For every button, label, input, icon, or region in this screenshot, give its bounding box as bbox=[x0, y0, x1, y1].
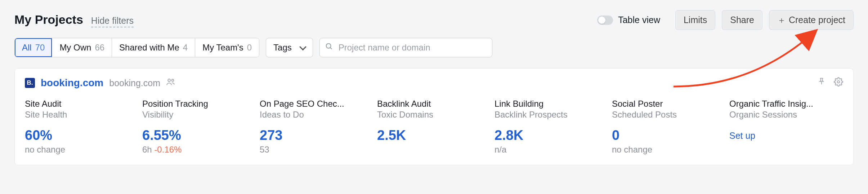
filter-tab-label: Shared with Me bbox=[119, 43, 179, 53]
search-input[interactable] bbox=[319, 38, 492, 57]
filter-tab-my-own[interactable]: My Own 66 bbox=[52, 38, 112, 57]
metric-subtitle: Toxic Domains bbox=[377, 110, 491, 120]
filter-tab-count: 70 bbox=[35, 43, 45, 53]
create-project-label: Create project bbox=[789, 15, 845, 25]
filter-tab-all[interactable]: All 70 bbox=[15, 38, 52, 57]
search-icon bbox=[325, 43, 333, 53]
metric-subtitle: Backlink Prospects bbox=[495, 110, 608, 120]
filter-tab-count: 0 bbox=[247, 43, 252, 53]
metric-title: Organic Traffic Insig... bbox=[729, 99, 843, 109]
metric-subtitle: Scheduled Posts bbox=[612, 110, 726, 120]
svg-point-0 bbox=[326, 44, 331, 48]
filter-tab-shared[interactable]: Shared with Me 4 bbox=[112, 38, 195, 57]
filter-tab-count: 4 bbox=[183, 43, 188, 53]
metric-value: 273 bbox=[260, 128, 373, 143]
setup-link[interactable]: Set up bbox=[729, 131, 755, 141]
tags-label: Tags bbox=[273, 43, 292, 53]
metric-subtitle: Ideas to Do bbox=[260, 110, 373, 120]
metric-change: no change bbox=[612, 145, 726, 155]
svg-point-3 bbox=[172, 79, 174, 81]
metric-value: 60% bbox=[25, 128, 139, 143]
pin-icon[interactable] bbox=[817, 77, 826, 89]
metric-subtitle: Site Health bbox=[25, 110, 139, 120]
filter-tab-label: My Own bbox=[59, 43, 91, 53]
limits-button[interactable]: Limits bbox=[675, 10, 715, 30]
metric-backlink-audit[interactable]: Backlink Audit Toxic Domains 2.5K bbox=[377, 99, 491, 155]
metric-title: Backlink Audit bbox=[377, 99, 491, 109]
svg-line-1 bbox=[330, 48, 332, 49]
chevron-down-icon bbox=[299, 43, 307, 50]
create-project-button[interactable]: ＋ Create project bbox=[769, 10, 854, 30]
svg-point-4 bbox=[837, 81, 840, 83]
svg-point-2 bbox=[168, 79, 170, 81]
metric-change: n/a bbox=[495, 145, 608, 155]
metric-title: Site Audit bbox=[25, 99, 139, 109]
project-domain: booking.com bbox=[109, 78, 160, 88]
metric-site-audit[interactable]: Site Audit Site Health 60% no change bbox=[25, 99, 139, 155]
metric-subtitle: Organic Sessions bbox=[729, 110, 843, 120]
filter-tabs: All 70 My Own 66 Shared with Me 4 My Tea… bbox=[14, 38, 259, 57]
plus-icon: ＋ bbox=[777, 16, 786, 25]
metric-value: 2.8K bbox=[495, 128, 608, 143]
metric-value: 2.5K bbox=[377, 128, 491, 143]
hide-filters-link[interactable]: Hide filters bbox=[91, 16, 134, 27]
metric-position-tracking[interactable]: Position Tracking Visibility 6.55% 6h -0… bbox=[142, 99, 256, 155]
gear-icon[interactable] bbox=[834, 77, 843, 89]
page-title: My Projects bbox=[14, 13, 83, 27]
metric-title: Link Building bbox=[495, 99, 608, 109]
metric-social-poster[interactable]: Social Poster Scheduled Posts 0 no chang… bbox=[612, 99, 726, 155]
project-name-link[interactable]: booking.com bbox=[41, 77, 103, 89]
metric-title: Position Tracking bbox=[142, 99, 256, 109]
filter-tab-label: My Team's bbox=[202, 43, 243, 53]
project-favicon: B. bbox=[25, 78, 35, 88]
filter-tab-label: All bbox=[22, 43, 32, 53]
filter-tab-team[interactable]: My Team's 0 bbox=[195, 38, 259, 57]
metric-title: Social Poster bbox=[612, 99, 726, 109]
metric-onpage-seo[interactable]: On Page SEO Chec... Ideas to Do 273 53 bbox=[260, 99, 373, 155]
metric-link-building[interactable]: Link Building Backlink Prospects 2.8K n/… bbox=[495, 99, 608, 155]
tags-dropdown[interactable]: Tags bbox=[266, 38, 313, 57]
metric-change: 53 bbox=[260, 145, 373, 155]
metric-value: 6.55% bbox=[142, 128, 256, 143]
metric-subtitle: Visibility bbox=[142, 110, 256, 120]
metric-change: 6h -0.16% bbox=[142, 145, 256, 155]
metric-value: 0 bbox=[612, 128, 726, 143]
metric-organic-traffic[interactable]: Organic Traffic Insig... Organic Session… bbox=[729, 99, 843, 155]
table-view-toggle[interactable] bbox=[597, 16, 613, 25]
share-button[interactable]: Share bbox=[722, 10, 762, 30]
project-card: B. booking.com booking.com Site Audit Si… bbox=[14, 68, 854, 165]
table-view-label: Table view bbox=[618, 15, 660, 25]
filter-tab-count: 66 bbox=[95, 43, 104, 53]
metric-change: no change bbox=[25, 145, 139, 155]
people-icon[interactable] bbox=[166, 77, 175, 89]
metric-title: On Page SEO Chec... bbox=[260, 99, 373, 109]
